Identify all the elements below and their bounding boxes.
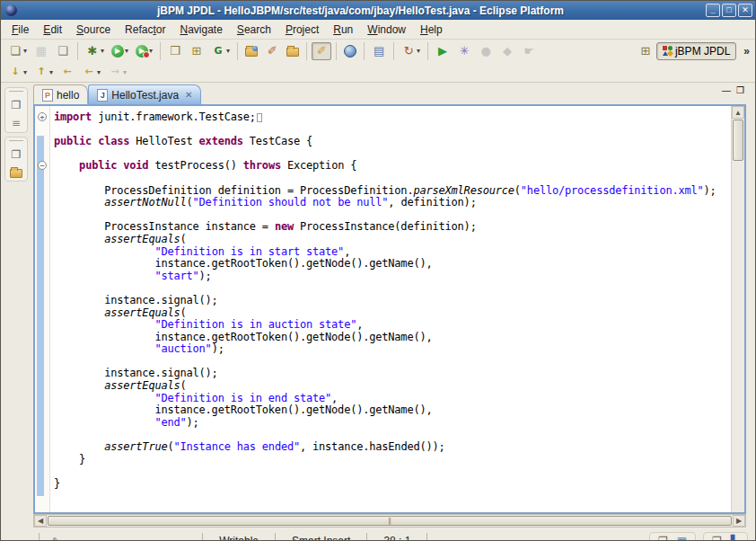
scroll-left-icon[interactable]: ◀	[34, 515, 47, 527]
open-perspective-icon: ⊞	[638, 44, 653, 58]
dropdown-arrow-icon: ▾	[101, 47, 104, 55]
editor-tab-hellotest-java[interactable]: JHelloTest.java✕	[88, 84, 201, 104]
open-resource-folder-button[interactable]	[284, 43, 302, 58]
minimize-window-button[interactable]: _	[706, 4, 720, 17]
code-line: public void testProcess() throws Excepti…	[54, 160, 731, 173]
status-separator	[275, 533, 276, 541]
toolbar-group: ✱▾▶▾▶▾	[77, 42, 160, 60]
menu-item-file[interactable]: File	[4, 22, 36, 38]
generate-icon: G	[211, 44, 225, 58]
task-list-button[interactable]: ▤	[369, 42, 389, 60]
code-line: ProcessInstance instance = new ProcessIn…	[54, 221, 731, 234]
deploy-grid-button[interactable]: ⊞	[187, 42, 207, 60]
fold-collapse-icon[interactable]: −	[38, 161, 47, 170]
close-tab-icon[interactable]: ✕	[185, 90, 192, 100]
menu-item-refactor[interactable]: Refactor	[118, 22, 172, 38]
horizontal-scrollbar[interactable]: ◀ ∥ ▶	[33, 514, 746, 528]
open-perspective-button[interactable]: ⊞	[636, 42, 655, 60]
code-line: import junit.framework.TestCase;	[54, 111, 731, 124]
run-external-tools-button[interactable]: ▶▾	[133, 43, 155, 59]
writable-status: Writable	[210, 535, 268, 541]
dropdown-arrow-icon: ▾	[417, 47, 420, 55]
code-line	[54, 356, 731, 368]
toolbar-group: ✐	[237, 42, 306, 60]
last-edit-location-button[interactable]: ←	[57, 63, 77, 81]
restore-view-icon[interactable]: ❐	[12, 148, 22, 161]
restore-view-icon[interactable]: ❐	[12, 99, 22, 111]
menu-item-project[interactable]: Project	[278, 22, 326, 38]
synchronize-button[interactable]: ↻▾	[399, 42, 423, 60]
code-line	[54, 209, 731, 222]
perspective-switcher: ⊞ jBPM JPDL »	[635, 42, 755, 60]
code-line	[54, 282, 731, 295]
restore-view-icon[interactable]: ❐	[658, 535, 668, 541]
menu-item-window[interactable]: Window	[360, 22, 413, 38]
editor-area: PhelloJHelloTest.java✕ — ❐ +− import jun…	[33, 84, 746, 514]
menu-item-run[interactable]: Run	[326, 22, 360, 38]
maximize-editor-icon[interactable]: ❐	[736, 85, 744, 95]
code-text[interactable]: import junit.framework.TestCase; public …	[50, 106, 731, 512]
menu-item-search[interactable]: Search	[230, 22, 278, 38]
new-wizard-button[interactable]: ❏▾	[5, 42, 30, 60]
dropdown-arrow-icon: ▾	[97, 68, 101, 76]
back-button[interactable]: ←▾	[79, 63, 103, 81]
menu-item-source[interactable]: Source	[69, 22, 118, 38]
forward-button: →▾	[105, 63, 129, 81]
web-browser-globe-button[interactable]	[341, 43, 359, 59]
open-resource-folder-icon	[286, 48, 299, 57]
scroll-up-icon[interactable]: ▲	[732, 106, 744, 119]
title-bar[interactable]: jBPM JPDL - HelloJBPM/src/test/java/com/…	[1, 1, 755, 20]
run-last-launched-button[interactable]: ▶	[433, 42, 453, 60]
editor-gutter[interactable]: +−	[35, 106, 50, 512]
code-line	[54, 173, 731, 185]
forward-icon: →	[108, 65, 122, 79]
outline-view-icon[interactable]: ≡	[12, 117, 21, 129]
run-external-tools-icon: ▶	[136, 45, 148, 58]
open-type-folder-button[interactable]	[242, 43, 260, 58]
vertical-scrollbar[interactable]: ▲	[731, 106, 744, 512]
code-line: public class HelloTest extends TestCase …	[54, 136, 731, 148]
generate-button[interactable]: G▾	[208, 42, 233, 60]
minimize-editor-icon[interactable]: —	[722, 85, 731, 95]
horizontal-scroll-thumb[interactable]: ∥	[48, 516, 732, 526]
next-annotation-button[interactable]: ↓▾	[5, 63, 30, 81]
toolbar-group: ▤	[364, 42, 393, 60]
print-button[interactable]: ❑	[53, 42, 73, 60]
scroll-right-icon[interactable]: ▶	[733, 515, 745, 527]
java-file-icon: J	[97, 89, 108, 102]
toolbar-group: ▶✳●◆☛	[427, 42, 543, 60]
process-file-icon: P	[42, 89, 53, 102]
mark-occurrences-button[interactable]: ✐	[312, 42, 331, 60]
java-editor: +− import junit.framework.TestCase; publ…	[33, 104, 746, 514]
code-line: assertNotNull("Definition should not be …	[54, 197, 731, 209]
tray-handle[interactable]	[9, 140, 23, 142]
maximize-window-button[interactable]: □	[722, 4, 736, 17]
run-button[interactable]: ▶▾	[109, 43, 131, 59]
close-window-button[interactable]: ✕	[738, 4, 752, 17]
previous-annotation-button[interactable]: ↑▾	[31, 63, 56, 81]
stop-button: ●	[476, 42, 496, 60]
restore-view-icon[interactable]: ❐	[712, 535, 722, 541]
tasks-view-icon[interactable]: ▦	[677, 535, 687, 541]
brush-button[interactable]: ✐	[262, 42, 282, 60]
perspective-more-chevron[interactable]: »	[743, 45, 750, 58]
new-process-archive-button[interactable]: ❒	[165, 42, 185, 60]
debug-button[interactable]: ✱▾	[83, 42, 107, 60]
previous-annotation-icon: ↑	[34, 65, 48, 79]
window-title: jBPM JPDL - HelloJBPM/src/test/java/com/…	[17, 4, 704, 17]
vertical-scroll-thumb[interactable]	[733, 120, 743, 161]
editor-tab-hello[interactable]: Phello	[33, 84, 88, 104]
web-browser-globe-icon	[344, 45, 356, 58]
menu-item-help[interactable]: Help	[413, 22, 450, 38]
minimized-view-tray: ❐▦	[649, 532, 696, 541]
menu-item-edit[interactable]: Edit	[36, 22, 69, 38]
tray-handle[interactable]	[9, 91, 23, 93]
menu-item-navigate[interactable]: Navigate	[172, 22, 229, 38]
hierarchy-view-icon[interactable]: ▚	[731, 535, 739, 541]
code-line: instance.signal();	[54, 295, 731, 307]
wizard-button[interactable]: ✳	[454, 42, 474, 60]
package-explorer-icon[interactable]	[10, 169, 22, 178]
code-line	[54, 429, 731, 441]
fold-expand-icon[interactable]: +	[38, 112, 47, 121]
perspective-button-jbpm-jpdl[interactable]: jBPM JPDL	[656, 42, 736, 60]
